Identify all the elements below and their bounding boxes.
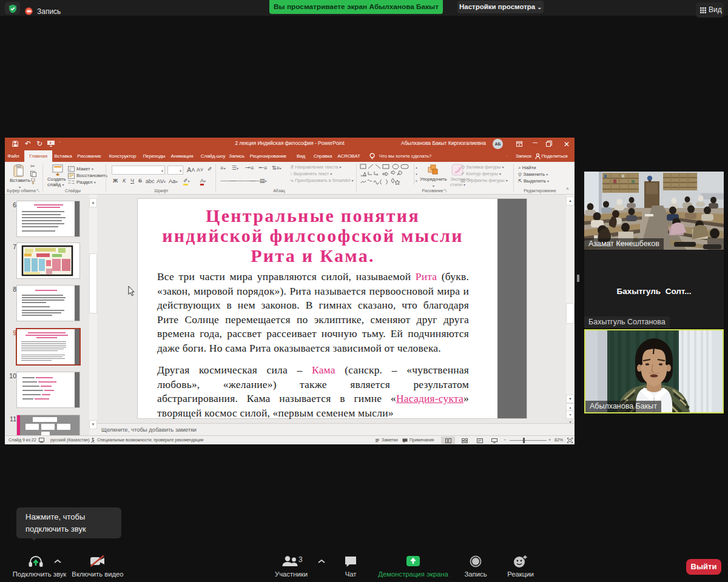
svg-text:3: 3 xyxy=(298,555,303,564)
